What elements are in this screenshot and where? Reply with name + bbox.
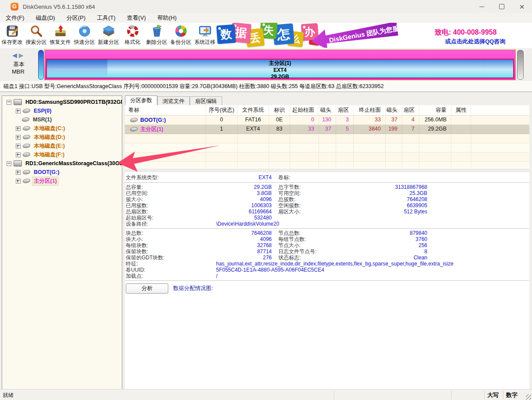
tree-item-label: 本地磁盘(E:) (32, 142, 66, 150)
column-header[interactable]: 属性 (451, 105, 471, 115)
column-header[interactable]: 扇区 (402, 105, 419, 115)
detail-label: 空闲簇数: (278, 202, 301, 209)
tree-item-0[interactable]: HD0:SamsungSSD990PRO1TB(932GB) (2, 98, 122, 106)
column-header[interactable]: 终止柱面 (354, 105, 386, 115)
column-header[interactable]: 序号(状态) (206, 105, 238, 115)
disk-left-capsule (38, 50, 44, 80)
detail-label: 已用簇数: (126, 202, 148, 209)
empty-cell (269, 134, 290, 143)
tree-expander-icon[interactable] (16, 152, 21, 157)
toolbar-button-migrate[interactable]: 系统迁移 (193, 23, 217, 47)
toolbar-button-backup[interactable]: 备份分区 (169, 23, 193, 47)
tree-item-2[interactable]: MSR(1) (2, 115, 122, 124)
table-cell: 37 (386, 116, 402, 124)
table-cell: 130 (319, 116, 336, 124)
resize-grip[interactable] (526, 394, 531, 400)
column-header[interactable]: 文件系统 (238, 105, 269, 115)
column-header[interactable]: 容量 (419, 105, 451, 115)
tree-expander-icon[interactable] (16, 179, 21, 184)
empty-cell (386, 134, 402, 143)
tree-item-label: 主分区(1) (32, 177, 58, 185)
empty-cell (238, 162, 269, 169)
empty-cell (319, 143, 336, 152)
status-caps-indicator: 大写 (487, 391, 499, 399)
partition-icon (129, 118, 138, 122)
tree-expander-icon[interactable] (7, 100, 11, 105)
column-header[interactable]: 磁头 (386, 105, 402, 115)
detail-row: 保留块数:87714日志文件节点号:8 (125, 248, 529, 255)
toolbar-button-save[interactable]: 保存更改 (0, 23, 24, 47)
prev-disk-arrow-icon[interactable]: ◀ (12, 52, 17, 59)
table-row[interactable]: BOOT(G:)0FAT160E0130333374256.0MB (125, 116, 529, 125)
migrate-icon (199, 25, 212, 38)
tree-expander-icon[interactable] (16, 109, 21, 113)
promo-qq-link[interactable]: 或点击此处选择QQ咨询 (445, 38, 505, 46)
tree-item-8[interactable]: BOOT(G:) (2, 168, 122, 177)
empty-cell (290, 134, 319, 143)
table-cell: 199 (386, 125, 402, 134)
toolbar-button-delete[interactable]: 删除分区 (145, 23, 169, 47)
column-header[interactable]: 起始柱面 (290, 105, 319, 115)
detail-label: 块总数: (126, 230, 143, 236)
partition-block[interactable]: 主分区(1) EXT4 29.2GB (46, 59, 514, 78)
menu-item-0[interactable]: 文件(F) (0, 14, 30, 22)
analyze-row: 分析 数据分配情况图: (125, 283, 529, 294)
toolbar-button-new-partition[interactable]: 新建分区 (96, 23, 121, 47)
fs-type-value: EXT4 (191, 174, 272, 181)
empty-cell (451, 162, 471, 169)
toolbar-button-quick-partition[interactable]: 快速分区 (72, 23, 96, 47)
tree-expander-icon[interactable] (16, 126, 21, 131)
partition-icon (22, 135, 31, 139)
toolbar-button-format[interactable]: 格式化 (121, 23, 145, 47)
detail-value: 276 (191, 255, 272, 261)
menu-item-2[interactable]: 分区(P) (61, 14, 91, 22)
detail-value: 4096 (191, 196, 272, 202)
toolbar-button-search[interactable]: 搜索分区 (24, 23, 48, 47)
maximize-button[interactable] (492, 0, 512, 13)
empty-cell (402, 152, 419, 161)
tab-1[interactable]: 浏览文件 (157, 96, 190, 105)
detail-label: 设备路径: (126, 221, 148, 227)
tree-item-9[interactable]: 主分区(1) (2, 177, 122, 185)
tab-0[interactable]: 分区参数 (125, 96, 157, 105)
tree-item-7[interactable]: RD1:GenericMassStorageClass(30GB) (2, 159, 122, 168)
tab-2[interactable]: 扇区编辑 (190, 96, 222, 105)
menu-item-3[interactable]: 工具(T) (91, 14, 121, 22)
tree-expander-icon[interactable] (7, 161, 11, 166)
tree-item-3[interactable]: 本地磁盘(C:) (2, 124, 122, 133)
close-button[interactable]: ✕ (512, 0, 532, 13)
minimize-button[interactable] (472, 0, 492, 13)
tree-item-4[interactable]: 本地磁盘(D:) (2, 133, 122, 142)
tree-expander-icon[interactable] (16, 144, 21, 149)
column-header[interactable]: 标识 (269, 105, 290, 115)
table-cell: 1 (206, 125, 238, 134)
menu-item-5[interactable]: 帮助(H) (152, 14, 182, 22)
menu-item-4[interactable]: 查看(V) (121, 14, 152, 22)
toolbar-button-recover[interactable]: 恢复文件 (48, 23, 72, 47)
tree-expander-icon[interactable] (16, 135, 21, 140)
tree-item-1[interactable]: ESP(0) (2, 106, 122, 115)
tree-item-label: MSR(1) (32, 116, 53, 123)
column-header[interactable]: 扇区 (336, 105, 354, 115)
detail-row: 已用簇数:1006303空闲簇数:6639905 (125, 202, 529, 209)
next-disk-arrow-icon[interactable]: ▶ (19, 52, 24, 59)
column-header[interactable]: 卷标 (125, 105, 206, 115)
toolbar-button-label: 保存更改 (2, 39, 23, 46)
app-logo-icon: G (11, 3, 18, 11)
detail-label: 起始扇区号: (126, 215, 153, 221)
tree-item-5[interactable]: 本地磁盘(E:) (2, 142, 122, 150)
tree-expander-icon[interactable] (16, 170, 21, 175)
analyze-button[interactable]: 分析 (126, 283, 168, 294)
disk-scheme-label: MBR (12, 68, 25, 75)
empty-cell (419, 152, 451, 161)
allocation-map-caption: 数据分配情况图: (173, 285, 213, 292)
empty-cell (402, 143, 419, 152)
table-row[interactable]: 主分区(1)1EXT483333753840199729.2GB (125, 125, 529, 134)
tree-item-label: 本地磁盘(D:) (32, 133, 67, 142)
tree-item-6[interactable]: 本地磁盘(F:) (2, 150, 122, 159)
column-header[interactable]: 磁头 (319, 105, 336, 115)
table-cell: EXT4 (238, 125, 269, 134)
empty-cell (354, 134, 386, 143)
table-cell: 3 (336, 116, 354, 124)
menu-item-1[interactable]: 磁盘(D) (30, 14, 61, 22)
